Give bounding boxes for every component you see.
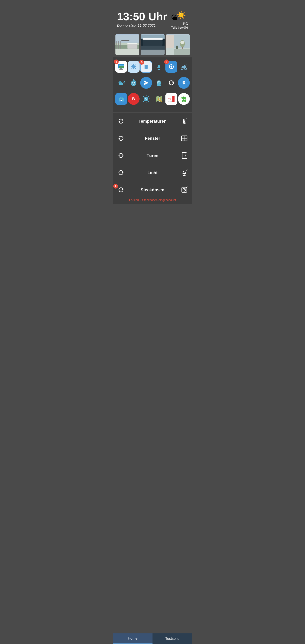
steckdosen-title: Steckdosen: [126, 188, 180, 192]
weather-desc: Teils bewölkt: [171, 26, 188, 29]
app-watering[interactable]: [115, 77, 127, 89]
svg-point-87: [149, 98, 150, 99]
svg-point-145: [183, 188, 186, 191]
app-sync[interactable]: [166, 77, 177, 89]
svg-marker-66: [144, 80, 149, 85]
svg-point-71: [158, 82, 159, 83]
svg-rect-43: [158, 69, 160, 70]
app-ac[interactable]: [128, 61, 140, 73]
svg-point-95: [148, 101, 149, 102]
sun-icon: ☀️: [176, 10, 186, 20]
map-icon-wrap: [153, 93, 165, 105]
virus-icon-wrap: [140, 93, 152, 105]
temperaturen-title: Temperaturen: [126, 119, 180, 124]
map-icon: [155, 95, 163, 103]
svg-rect-5: [118, 41, 119, 49]
svg-point-49: [169, 66, 170, 67]
smartthings-badge: 2: [164, 60, 169, 64]
svg-marker-136: [122, 172, 123, 173]
mail-icon-wrap: [115, 93, 127, 105]
category-fenster[interactable]: Fenster ↙: [113, 130, 192, 147]
svg-point-93: [143, 101, 144, 102]
mower-icon: [180, 63, 188, 70]
steckdosen-sub: Es sind 2 Steckdosen eingeschaltet: [113, 198, 192, 204]
svg-text:↙: ↙: [186, 117, 188, 120]
alexa-icon-wrap: [153, 77, 165, 89]
category-temperaturen[interactable]: Temperaturen ↙: [113, 112, 192, 130]
svg-marker-142: [122, 188, 123, 190]
svg-marker-130: [119, 156, 120, 157]
app-mower[interactable]: [178, 61, 190, 73]
camera-3[interactable]: [166, 34, 190, 55]
app-tv[interactable]: 1: [115, 61, 127, 73]
svg-line-88: [144, 96, 145, 98]
tv-icon-wrap: 1: [115, 61, 127, 73]
ac-icon: [130, 63, 138, 70]
sync-left-icon: [117, 117, 125, 125]
app-heater[interactable]: 5: [140, 61, 152, 73]
svg-marker-129: [122, 154, 123, 156]
svg-line-55: [185, 64, 187, 66]
svg-rect-147: [184, 189, 185, 190]
camera-1-scene: [116, 34, 139, 55]
camera-security-icon: [180, 80, 187, 86]
app-send[interactable]: [140, 77, 152, 89]
svg-rect-103: [172, 96, 174, 102]
heater-icon-wrap: 5: [140, 61, 152, 73]
svg-rect-8: [127, 44, 137, 49]
svg-rect-15: [141, 50, 164, 55]
svg-rect-6: [120, 41, 121, 49]
spacer: [113, 204, 192, 217]
app-robot[interactable]: [128, 77, 140, 89]
app-camera-security[interactable]: [178, 77, 190, 89]
svg-point-132: [185, 155, 186, 156]
send-icon-wrap: [140, 77, 152, 89]
app-lamp[interactable]: [153, 61, 165, 73]
svg-point-56: [124, 82, 124, 83]
svg-point-97: [146, 99, 147, 100]
camera-2[interactable]: [141, 34, 164, 55]
virus-icon: [142, 95, 150, 103]
svg-line-92: [144, 100, 145, 101]
mower-icon-wrap: [178, 61, 190, 73]
lamp-icon: [155, 63, 163, 70]
app-virus[interactable]: [140, 93, 152, 105]
smartthings-icon-wrap: 2: [166, 61, 177, 73]
app-map[interactable]: [153, 93, 165, 105]
sync-left-icon-3: [117, 152, 125, 159]
svg-rect-139: [184, 174, 184, 175]
app-bundesliga[interactable]: B: [128, 93, 140, 105]
robot-icon-wrap: [128, 77, 140, 89]
svg-marker-143: [119, 190, 120, 191]
app-alexa[interactable]: [153, 77, 165, 89]
svg-point-57: [124, 81, 125, 82]
svg-rect-61: [132, 82, 134, 84]
app-tvspielfilm[interactable]: TV SPIEL: [166, 93, 177, 105]
category-licht[interactable]: Licht ↙: [113, 164, 192, 181]
svg-marker-137: [119, 173, 120, 174]
svg-text:↙: ↙: [186, 169, 188, 171]
sync-icon: [168, 79, 175, 87]
category-tueren[interactable]: Türen ↙: [113, 147, 192, 164]
svg-marker-124: [119, 138, 120, 140]
svg-rect-29: [120, 69, 123, 70]
app-smartthings[interactable]: 2: [166, 61, 177, 73]
svg-rect-27: [118, 64, 124, 66]
svg-rect-40: [144, 69, 148, 69]
mascot-icon-wrap: [178, 93, 190, 105]
svg-point-21: [180, 41, 184, 44]
fenster-title: Fenster: [126, 136, 180, 141]
fenster-sync-icon: [116, 134, 126, 143]
svg-text:↙: ↙: [186, 152, 188, 153]
app-mascot[interactable]: [178, 93, 190, 105]
svg-point-111: [185, 100, 185, 100]
cloud-icon: 🌥: [171, 14, 178, 21]
sync-left-icon-5: [117, 186, 125, 194]
svg-text:SPIEL: SPIEL: [168, 100, 172, 102]
category-steckdosen[interactable]: 2 Steckdosen ↙: [113, 181, 192, 198]
alexa-icon: [155, 79, 163, 87]
svg-rect-42: [159, 68, 159, 69]
svg-rect-7: [121, 40, 130, 41]
app-mail[interactable]: [115, 93, 127, 105]
camera-1[interactable]: [116, 34, 139, 55]
